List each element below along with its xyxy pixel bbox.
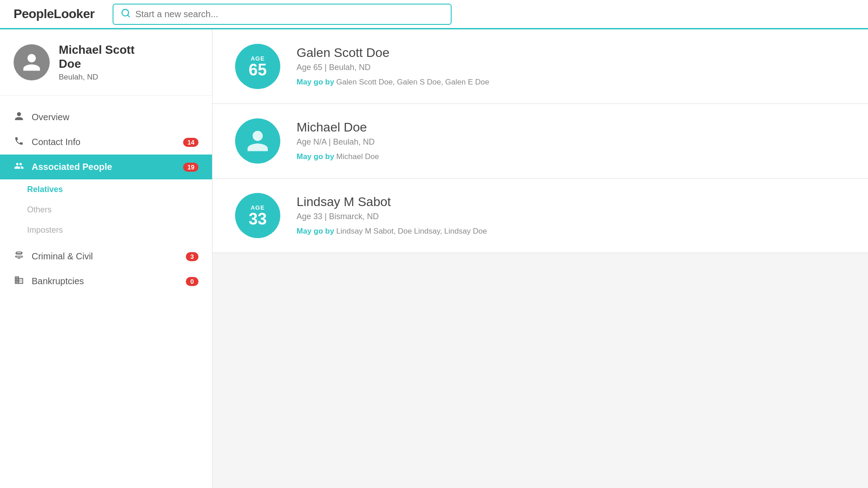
sidebar-item-relatives[interactable]: Relatives: [0, 179, 212, 200]
contact-info-label: Contact Info: [32, 137, 176, 147]
bankruptcies-label: Bankruptcies: [32, 276, 179, 286]
age-num-lindsay: 33: [249, 211, 267, 227]
person-age-loc-michael: Age N/A | Beulah, ND: [297, 137, 845, 147]
sidebar-item-imposters[interactable]: Imposters: [0, 220, 212, 240]
may-go-by-label-galen: May go by: [297, 78, 334, 86]
scales-icon: [14, 250, 24, 263]
main-layout: Michael ScottDoe Beulah, ND Overview: [0, 29, 868, 488]
person-aliases-michael: May go by Michael Doe: [297, 152, 845, 161]
person-info-galen: Galen Scott Doe Age 65 | Beulah, ND May …: [297, 44, 845, 87]
person-card-michael[interactable]: Michael Doe Age N/A | Beulah, ND May go …: [212, 104, 868, 178]
sidebar-item-contact-info[interactable]: Contact Info 14: [0, 130, 212, 155]
person-info-michael: Michael Doe Age N/A | Beulah, ND May go …: [297, 118, 845, 161]
person-info-lindsay: Lindsay M Sabot Age 33 | Bismarck, ND Ma…: [297, 193, 845, 236]
overview-label: Overview: [32, 112, 198, 122]
age-circle-galen: AGE 65: [235, 44, 280, 89]
person-name-michael: Michael Doe: [297, 120, 845, 135]
person-aliases-galen: May go by Galen Scott Doe, Galen S Doe, …: [297, 78, 845, 87]
age-num-galen: 65: [249, 62, 267, 78]
person-icon: [14, 111, 24, 123]
sidebar-item-criminal-civil[interactable]: Criminal & Civil 3: [0, 244, 212, 269]
content-area: AGE 65 Galen Scott Doe Age 65 | Beulah, …: [212, 29, 868, 488]
age-circle-lindsay: AGE 33: [235, 193, 280, 238]
aliases-michael: Michael Doe: [336, 152, 379, 161]
person-card-lindsay[interactable]: AGE 33 Lindsay M Sabot Age 33 | Bismarck…: [212, 178, 868, 253]
avatar-circle-michael: [235, 118, 280, 164]
bankruptcies-badge: 0: [186, 277, 198, 286]
person-aliases-lindsay: May go by Lindsay M Sabot, Doe Lindsay, …: [297, 227, 845, 236]
person-name-galen: Galen Scott Doe: [297, 46, 845, 60]
logo-people: People: [14, 7, 54, 21]
svg-line-1: [127, 15, 129, 17]
aliases-galen: Galen Scott Doe, Galen S Doe, Galen E Do…: [336, 78, 489, 86]
sidebar-item-associated-people[interactable]: Associated People 19: [0, 155, 212, 179]
person-age-loc-galen: Age 65 | Beulah, ND: [297, 63, 845, 72]
avatar: [14, 44, 50, 80]
profile-section: Michael ScottDoe Beulah, ND: [0, 43, 212, 96]
aliases-lindsay: Lindsay M Sabot, Doe Lindsay, Lindsay Do…: [336, 227, 487, 235]
search-input[interactable]: [135, 9, 443, 19]
logo[interactable]: PeopleLooker: [14, 7, 94, 21]
nav-section: Overview Contact Info 14 Associated Peop: [0, 96, 212, 303]
profile-location: Beulah, ND: [59, 73, 135, 82]
criminal-civil-label: Criminal & Civil: [32, 251, 179, 262]
associated-people-badge: 19: [183, 163, 198, 172]
person-name-lindsay: Lindsay M Sabot: [297, 195, 845, 209]
criminal-civil-badge: 3: [186, 252, 198, 261]
sidebar-item-bankruptcies[interactable]: Bankruptcies 0: [0, 269, 212, 294]
phone-icon: [14, 136, 24, 148]
person-card-galen[interactable]: AGE 65 Galen Scott Doe Age 65 | Beulah, …: [212, 29, 868, 104]
may-go-by-label-lindsay: May go by: [297, 227, 334, 235]
group-icon: [14, 161, 24, 173]
search-icon: [121, 8, 131, 20]
associated-people-label: Associated People: [32, 162, 176, 172]
person-age-loc-lindsay: Age 33 | Bismarck, ND: [297, 212, 845, 221]
gavel-icon: [14, 275, 24, 287]
contact-info-badge: 14: [183, 138, 198, 147]
profile-info: Michael ScottDoe Beulah, ND: [59, 43, 135, 82]
profile-name: Michael ScottDoe: [59, 43, 135, 71]
search-bar[interactable]: [113, 4, 452, 25]
header: PeopleLooker: [0, 0, 868, 29]
sidebar: Michael ScottDoe Beulah, ND Overview: [0, 29, 212, 488]
logo-looker: Looker: [54, 7, 94, 21]
sidebar-item-others[interactable]: Others: [0, 200, 212, 220]
may-go-by-label-michael: May go by: [297, 152, 334, 161]
sidebar-item-overview[interactable]: Overview: [0, 105, 212, 130]
